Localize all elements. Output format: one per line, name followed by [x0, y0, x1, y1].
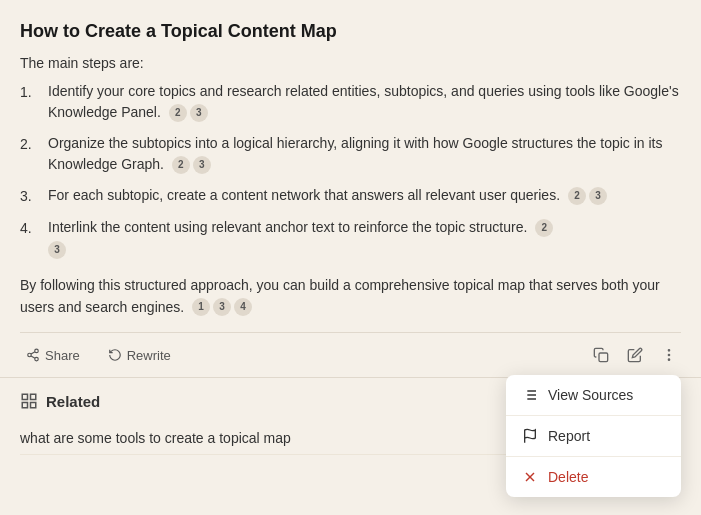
left-actions: Share Rewrite	[20, 344, 177, 367]
ref-badge: 2	[172, 156, 190, 174]
ref-badge: 4	[234, 298, 252, 316]
svg-point-2	[35, 358, 39, 362]
step2-refs: 2 3	[172, 156, 211, 174]
delete-label: Delete	[548, 469, 588, 485]
summary-text: By following this structured approach, y…	[20, 274, 681, 319]
share-button[interactable]: Share	[20, 344, 86, 367]
svg-line-4	[31, 352, 35, 354]
report-item[interactable]: Report	[506, 416, 681, 456]
step-number-1: 1.	[20, 81, 48, 103]
svg-rect-19	[31, 395, 36, 400]
ref-badge: 2	[568, 187, 586, 205]
svg-point-1	[28, 354, 32, 358]
step-number-4: 4.	[20, 217, 48, 239]
ref-badge: 3	[589, 187, 607, 205]
right-actions	[589, 343, 681, 367]
rewrite-label: Rewrite	[127, 348, 171, 363]
x-icon	[522, 469, 538, 485]
svg-rect-20	[31, 403, 36, 408]
svg-point-7	[668, 355, 669, 356]
report-label: Report	[548, 428, 590, 444]
view-sources-label: View Sources	[548, 387, 633, 403]
rewrite-button[interactable]: Rewrite	[102, 344, 177, 367]
article-title: How to Create a Topical Content Map	[20, 20, 681, 43]
copy-icon	[593, 347, 609, 363]
step-item-4: 4. Interlink the content using relevant …	[20, 217, 681, 259]
ref-badge: 3	[48, 241, 66, 259]
step-text-4: Interlink the content using relevant anc…	[48, 217, 681, 259]
more-icon	[661, 347, 677, 363]
main-content: How to Create a Topical Content Map The …	[0, 0, 701, 377]
step-number-3: 3.	[20, 185, 48, 207]
rewrite-icon	[108, 348, 122, 362]
share-icon	[26, 348, 40, 362]
step-text-3: For each subtopic, create a content netw…	[48, 185, 681, 206]
edit-icon	[627, 347, 643, 363]
view-sources-item[interactable]: View Sources	[506, 375, 681, 415]
action-bar: Share Rewrite	[20, 332, 681, 377]
step-item-2: 2. Organize the subtopics into a logical…	[20, 133, 681, 175]
ref-badge: 2	[169, 104, 187, 122]
step1-refs: 2 3	[169, 104, 208, 122]
step4-refs: 2	[535, 219, 553, 237]
related-item-text: what are some tools to create a topical …	[20, 430, 291, 446]
ref-badge: 3	[193, 156, 211, 174]
related-icon	[20, 392, 38, 410]
steps-list: 1. Identify your core topics and researc…	[20, 81, 681, 259]
flag-icon	[522, 428, 538, 444]
ref-badge: 3	[190, 104, 208, 122]
step3-refs: 2 3	[568, 187, 607, 205]
svg-rect-18	[22, 395, 27, 400]
svg-rect-21	[22, 403, 27, 408]
delete-item[interactable]: Delete	[506, 457, 681, 497]
copy-button[interactable]	[589, 343, 613, 367]
step-text-2: Organize the subtopics into a logical hi…	[48, 133, 681, 175]
svg-rect-5	[599, 353, 608, 362]
step-item-1: 1. Identify your core topics and researc…	[20, 81, 681, 123]
svg-point-0	[35, 350, 39, 354]
intro-text: The main steps are:	[20, 55, 681, 71]
svg-point-6	[668, 350, 669, 351]
svg-point-8	[668, 359, 669, 360]
summary-refs: 1 3 4	[192, 298, 252, 316]
svg-line-3	[31, 356, 35, 358]
step-text-1: Identify your core topics and research r…	[48, 81, 681, 123]
ref-badge: 1	[192, 298, 210, 316]
edit-button[interactable]	[623, 343, 647, 367]
ref-badge: 3	[213, 298, 231, 316]
list-icon	[522, 387, 538, 403]
step4-extra-refs: 3	[48, 241, 66, 259]
share-label: Share	[45, 348, 80, 363]
dropdown-menu: View Sources Report Delete	[506, 375, 681, 497]
more-options-button[interactable]	[657, 343, 681, 367]
step-item-3: 3. For each subtopic, create a content n…	[20, 185, 681, 207]
ref-badge: 2	[535, 219, 553, 237]
related-title: Related	[46, 393, 100, 410]
step-number-2: 2.	[20, 133, 48, 155]
